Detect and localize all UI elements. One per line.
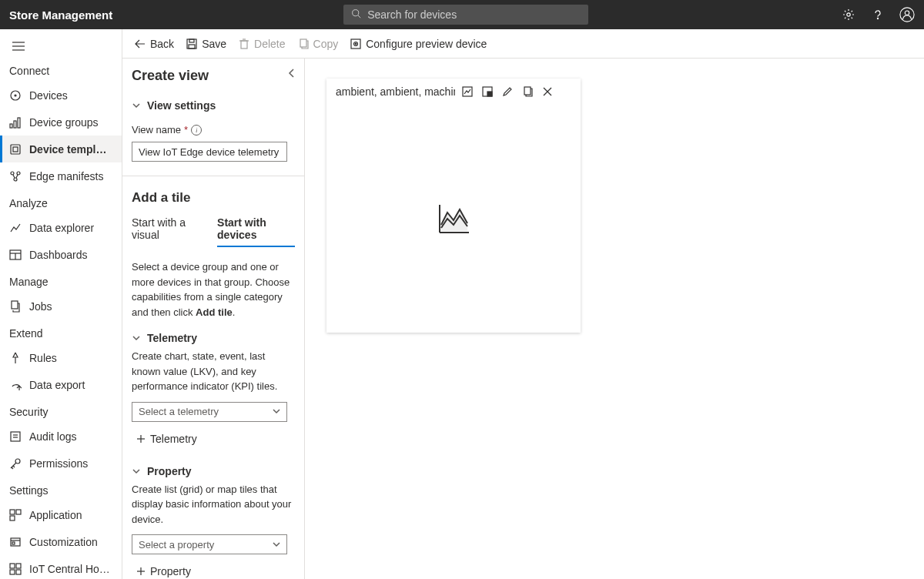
copy-button[interactable]: Copy: [298, 38, 339, 50]
search-input[interactable]: [367, 8, 581, 21]
svg-line-1: [358, 15, 360, 18]
devices-icon: [9, 89, 22, 102]
add-property-link[interactable]: Property: [132, 565, 295, 577]
svg-point-5: [905, 11, 909, 15]
property-desc: Create list (grid) or map tiles that dis…: [132, 482, 295, 527]
sidebar-item-customization[interactable]: Customization: [0, 528, 122, 555]
tab-start-devices[interactable]: Start with devices: [217, 216, 295, 247]
sidebar-item-permissions[interactable]: Permissions: [0, 450, 122, 477]
hamburger-menu[interactable]: [0, 35, 122, 57]
sidebar-item-audit-logs[interactable]: Audit logs: [0, 423, 122, 450]
save-label: Save: [202, 38, 226, 50]
tile-close-icon[interactable]: [541, 85, 554, 98]
app-title: Store Management: [9, 8, 112, 22]
save-button[interactable]: Save: [186, 38, 226, 50]
back-button[interactable]: Back: [135, 38, 174, 50]
nav-section-security: Security: [0, 398, 122, 423]
svg-rect-27: [10, 510, 15, 514]
svg-point-18: [14, 178, 17, 181]
svg-rect-28: [16, 510, 21, 514]
view-settings-label: View settings: [147, 99, 216, 112]
canvas-area[interactable]: ambient, ambient, machine, machine: [305, 59, 924, 579]
device-templates-icon: [9, 143, 22, 156]
devices-desc: Select a device group and one or more de…: [132, 259, 295, 320]
svg-rect-54: [524, 87, 531, 95]
help-icon[interactable]: [870, 7, 886, 22]
svg-rect-33: [10, 564, 15, 568]
nav-section-analyze: Analyze: [0, 189, 122, 214]
svg-point-16: [11, 172, 14, 175]
sidebar-item-devices[interactable]: Devices: [0, 82, 122, 109]
svg-point-10: [15, 95, 16, 96]
sidebar-item-application[interactable]: Application: [0, 501, 122, 528]
tile-size-icon[interactable]: [481, 85, 494, 98]
chevron-down-icon: [132, 333, 141, 343]
nav-label: Edge manifests: [29, 170, 112, 182]
chevron-down-icon: [132, 101, 141, 110]
chevron-down-icon: [132, 467, 141, 476]
nav-label: Jobs: [29, 300, 112, 313]
application-icon: [9, 509, 22, 521]
delete-button[interactable]: Delete: [239, 38, 285, 50]
info-icon[interactable]: i: [191, 125, 202, 136]
collapse-panel-button[interactable]: [287, 68, 296, 80]
svg-point-46: [355, 43, 357, 45]
jobs-icon: [9, 300, 22, 313]
nav-section-manage: Manage: [0, 268, 122, 293]
property-toggle[interactable]: Property: [132, 460, 295, 482]
nav-section-extend: Extend: [0, 320, 122, 344]
add-telemetry-link[interactable]: Telemetry: [132, 433, 295, 445]
svg-point-3: [877, 18, 878, 18]
data-export-icon: [9, 379, 22, 391]
permissions-icon: [9, 457, 22, 470]
view-name-label: View name * i: [132, 124, 295, 136]
svg-rect-13: [18, 118, 20, 128]
search-box[interactable]: [343, 5, 588, 25]
nav-label: Data explorer: [29, 222, 112, 234]
sidebar-item-data-export[interactable]: Data export: [0, 371, 122, 398]
settings-gear-icon[interactable]: [841, 7, 856, 22]
panel-heading: Create view: [132, 68, 209, 84]
back-label: Back: [150, 38, 174, 50]
copy-label: Copy: [313, 38, 339, 50]
tile-copy-icon[interactable]: [521, 85, 534, 98]
svg-rect-35: [10, 570, 15, 574]
svg-rect-23: [11, 432, 20, 441]
nav-label: Permissions: [29, 457, 112, 470]
audit-logs-icon: [9, 430, 22, 443]
sidebar-item-jobs[interactable]: Jobs: [0, 293, 122, 320]
delete-label: Delete: [254, 38, 285, 50]
sidebar-item-edge-manifests[interactable]: Edge manifests: [0, 162, 122, 189]
property-label: Property: [147, 465, 192, 477]
svg-rect-43: [300, 39, 306, 47]
property-select[interactable]: Select a property: [132, 534, 287, 554]
svg-rect-14: [11, 145, 20, 154]
svg-rect-38: [189, 39, 194, 42]
telemetry-select[interactable]: Select a telemetry: [132, 402, 287, 422]
preview-tile[interactable]: ambient, ambient, machine, machine: [326, 79, 581, 333]
nav-label: Rules: [29, 352, 112, 364]
sidebar-item-iot-central-home[interactable]: IoT Central Home: [0, 555, 122, 579]
nav-label: Audit logs: [29, 430, 112, 443]
sidebar-item-dashboards[interactable]: Dashboards: [0, 241, 122, 268]
tile-chart-type-icon[interactable]: [461, 85, 474, 98]
account-icon[interactable]: [899, 7, 915, 22]
configure-preview-button[interactable]: Configure preview device: [350, 38, 487, 50]
svg-rect-11: [10, 124, 12, 128]
tile-edit-icon[interactable]: [501, 85, 514, 98]
sidebar-item-device-templates[interactable]: Device templates: [0, 136, 122, 162]
view-name-input[interactable]: [132, 142, 287, 162]
sidebar-item-device-groups[interactable]: Device groups: [0, 109, 122, 136]
tile-header: ambient, ambient, machine, machine: [326, 79, 581, 105]
device-groups-icon: [9, 116, 22, 129]
ioth-icon: [9, 563, 22, 575]
dashboards-icon: [9, 249, 22, 261]
svg-rect-32: [12, 542, 15, 544]
view-settings-toggle[interactable]: View settings: [132, 95, 295, 116]
sidebar-item-rules[interactable]: Rules: [0, 344, 122, 371]
telemetry-toggle[interactable]: Telemetry: [132, 327, 295, 349]
sidebar-item-data-explorer[interactable]: Data explorer: [0, 214, 122, 241]
nav-label: Devices: [29, 89, 112, 102]
svg-point-0: [353, 10, 359, 16]
tab-start-visual[interactable]: Start with a visual: [132, 216, 203, 247]
